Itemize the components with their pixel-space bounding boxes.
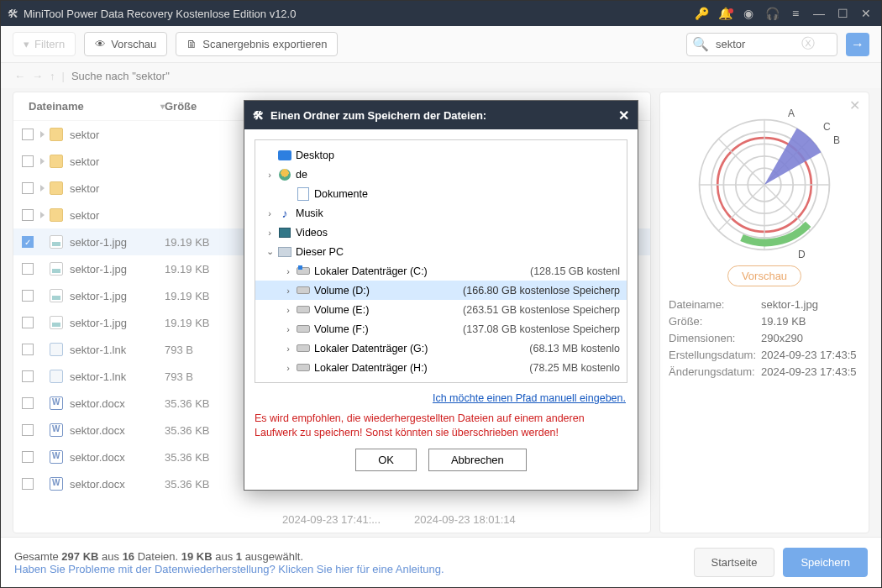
video-icon — [277, 226, 292, 239]
tree-free-space: (263.51 GB kostenlose Speicherp — [463, 304, 620, 316]
user-icon — [277, 168, 292, 181]
tree-node[interactable]: Dokumente — [255, 184, 627, 203]
windrive-icon — [296, 265, 311, 278]
tree-twisty-icon[interactable]: › — [262, 228, 277, 238]
tree-label: Volume (E:) — [314, 304, 463, 316]
warning-text: Es wird empfohlen, die wiederhergestellt… — [255, 412, 627, 440]
tree-twisty-icon[interactable]: › — [262, 170, 277, 180]
tree-label: Videos — [296, 227, 620, 239]
folder-tree[interactable]: Desktop›deDokumente›♪Musik›Videos⌄Dieser… — [255, 139, 627, 383]
drive-icon — [296, 323, 311, 336]
tree-node[interactable]: ›Lokaler Datenträger (H:)(78.25 MB koste… — [255, 358, 627, 377]
drive-icon — [296, 303, 311, 317]
tree-node[interactable]: ⌄Dieser PC — [255, 242, 627, 261]
dialog-icon: 🛠 — [253, 109, 264, 122]
tree-node[interactable]: ›Lokaler Datenträger (C:)(128.15 GB kost… — [255, 261, 627, 281]
disc-icon[interactable]: ◉ — [737, 7, 760, 20]
close-button[interactable]: ✕ — [854, 7, 878, 20]
tree-label: Musik — [296, 207, 620, 219]
tree-twisty-icon[interactable]: › — [281, 286, 296, 296]
maximize-button[interactable]: ☐ — [831, 7, 854, 20]
manual-path-link[interactable]: Ich möchte einen Pfad manuell eingeben. — [433, 392, 626, 404]
music-icon: ♪ — [277, 207, 292, 220]
drive-icon — [296, 361, 311, 375]
tree-label: Volume (D:) — [314, 285, 463, 297]
tree-twisty-icon[interactable]: › — [281, 305, 296, 315]
tree-twisty-icon[interactable]: › — [281, 324, 296, 334]
tree-twisty-icon[interactable]: ⌄ — [262, 246, 277, 257]
doc-icon — [296, 187, 311, 201]
tree-label: Lokaler Datenträger (G:) — [314, 343, 529, 354]
tree-free-space: (78.25 MB kostenlo — [529, 362, 620, 374]
tree-node[interactable]: ›Volume (E:)(263.51 GB kostenlose Speich… — [255, 300, 627, 319]
tree-free-space: (128.15 GB kostenl — [530, 265, 620, 277]
tree-label: Dokumente — [314, 188, 620, 200]
tree-label: de — [296, 169, 620, 181]
desktop-icon — [277, 149, 292, 162]
tree-label: Dieser PC — [296, 246, 620, 258]
cancel-button[interactable]: Abbrechen — [428, 449, 527, 471]
tree-free-space: (68.13 MB kostenlo — [529, 343, 620, 354]
tree-label: Lokaler Datenträger (C:) — [314, 265, 530, 277]
tree-twisty-icon[interactable]: › — [262, 208, 277, 218]
tree-twisty-icon[interactable]: › — [281, 344, 296, 354]
pc-icon — [277, 245, 292, 259]
key-icon[interactable]: 🔑 — [690, 7, 713, 20]
drive-icon — [296, 284, 311, 297]
ok-button[interactable]: OK — [355, 449, 417, 471]
tree-node[interactable]: ›de — [255, 165, 627, 184]
tree-label: Desktop — [296, 150, 620, 161]
tree-free-space: (166.80 GB kostenlose Speicherp — [463, 285, 620, 297]
dialog-title: Einen Ordner zum Speichern der Dateien: — [270, 109, 618, 122]
dialog-close-icon[interactable]: ✕ — [618, 108, 629, 123]
drive-icon — [296, 342, 311, 355]
tree-free-space: (137.08 GB kostenlose Speicherp — [463, 323, 620, 335]
tree-twisty-icon[interactable]: › — [281, 363, 296, 373]
menu-icon[interactable]: ≡ — [784, 7, 807, 20]
tree-node[interactable]: ›Volume (F:)(137.08 GB kostenlose Speich… — [255, 319, 627, 339]
tree-node[interactable]: ›Volume (D:)(166.80 GB kostenlose Speich… — [255, 281, 627, 300]
save-folder-dialog: 🛠 Einen Ordner zum Speichern der Dateien… — [244, 100, 638, 491]
tree-node[interactable]: ›Videos — [255, 223, 627, 242]
bell-icon[interactable]: 🔔 — [713, 7, 737, 20]
minimize-button[interactable]: — — [807, 7, 831, 20]
tree-node[interactable]: ›Lokaler Datenträger (G:)(68.13 MB koste… — [255, 339, 627, 358]
tree-label: Lokaler Datenträger (H:) — [314, 362, 529, 374]
tree-node[interactable]: Desktop — [255, 145, 627, 165]
tree-twisty-icon[interactable]: › — [281, 266, 296, 276]
app-icon: 🛠 — [8, 8, 18, 20]
tree-node[interactable]: ›♪Musik — [255, 203, 627, 223]
titlebar: 🛠 MiniTool Power Data Recovery Kostenlos… — [1, 1, 881, 26]
app-title: MiniTool Power Data Recovery Kostenlose … — [24, 8, 690, 20]
tree-label: Volume (F:) — [314, 323, 463, 335]
headset-icon[interactable]: 🎧 — [760, 7, 784, 20]
